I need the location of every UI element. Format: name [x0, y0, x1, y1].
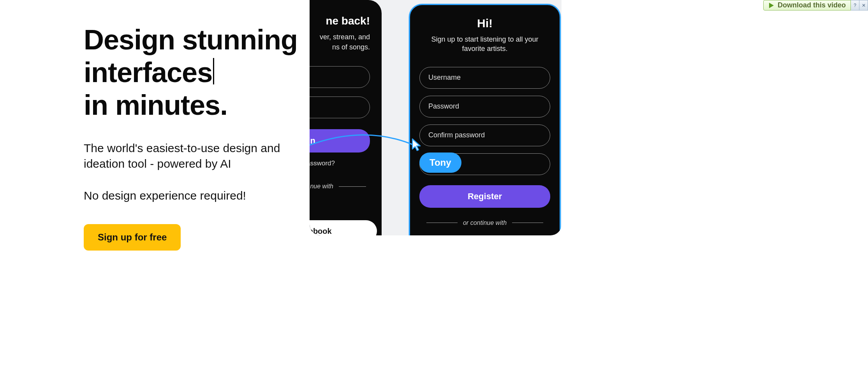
- signin-button[interactable]: n in: [310, 129, 370, 153]
- headline-line-1: Design stunning: [84, 24, 298, 55]
- headline-line-3: in minutes.: [84, 89, 227, 121]
- facebook-button[interactable]: Facebook: [310, 220, 377, 235]
- signin-desc: ver, stream, and ns of songs.: [310, 32, 370, 52]
- signin-field-2[interactable]: [310, 96, 370, 118]
- forgot-password-link[interactable]: r password?: [310, 160, 370, 167]
- register-button[interactable]: Register: [419, 185, 550, 208]
- password-field[interactable]: Password: [419, 96, 550, 117]
- widget-help-button[interactable]: ?: [851, 0, 859, 11]
- mock-phone-signup: Hi! Sign up to start listening to all yo…: [409, 4, 561, 235]
- divider-bar: [339, 186, 366, 187]
- signup-desc: Sign up to start listening to all your f…: [419, 35, 550, 54]
- hero-subhead: The world's easiest-to-use design and id…: [84, 140, 302, 172]
- signup-heading: Hi!: [419, 17, 550, 30]
- widget-close-button[interactable]: ✕: [859, 0, 868, 11]
- demo-panel: ne back! ver, stream, and ns of songs. n…: [310, 0, 562, 235]
- username-field[interactable]: Username: [419, 67, 550, 89]
- divider-bar-left: [426, 223, 458, 223]
- ai-cursor: [411, 138, 423, 153]
- signup-continue-row: or continue with: [419, 219, 550, 226]
- cursor-arrow-icon: [411, 138, 423, 151]
- headline-line-2: interfaces: [84, 57, 212, 88]
- divider-bar-right: [512, 223, 543, 223]
- signin-field-1[interactable]: [310, 66, 370, 88]
- mock-phone-signin: ne back! ver, stream, and ns of songs. n…: [310, 0, 382, 235]
- confirm-password-field[interactable]: Confirm password: [419, 125, 550, 146]
- hero-section: Design stunning interfaces in minutes. T…: [84, 23, 302, 251]
- collaborator-bubble: Tony: [419, 153, 461, 173]
- download-video-button[interactable]: Download this video: [763, 0, 851, 11]
- play-icon: [768, 2, 775, 9]
- hero-tagline: No design experience required!: [84, 189, 302, 202]
- signup-free-button[interactable]: Sign up for free: [84, 224, 181, 251]
- hero-headline: Design stunning interfaces in minutes.: [84, 23, 302, 122]
- typing-cursor: [213, 58, 214, 84]
- signin-continue-row: nue with: [310, 183, 370, 190]
- download-video-widget: Download this video ? ✕: [763, 0, 868, 11]
- signin-heading-fragment: ne back!: [310, 15, 370, 27]
- widget-controls: ? ✕: [851, 0, 868, 11]
